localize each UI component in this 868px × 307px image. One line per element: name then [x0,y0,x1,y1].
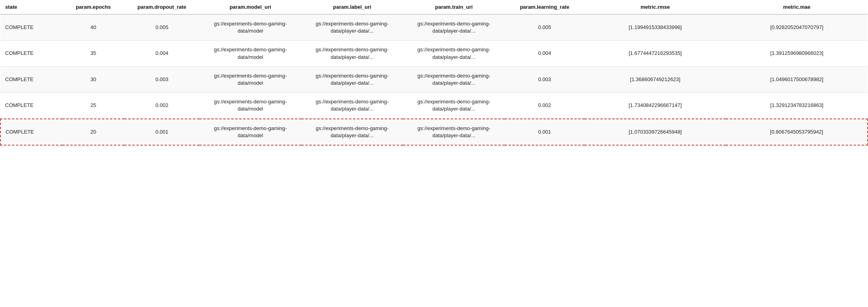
table-cell: gs://experiments-demo-gaming-data/player… [301,66,403,92]
table-row[interactable]: COMPLETE300.003gs://experiments-demo-gam… [0,66,868,92]
table-cell: [1.0496017500678982] [726,66,868,92]
table-cell: 0.002 [124,93,199,119]
table-cell: 20 [62,119,124,145]
table-row[interactable]: COMPLETE250.002gs://experiments-demo-gam… [0,93,868,119]
col-header-train-uri[interactable]: param.train_uri [403,0,505,14]
table-cell: COMPLETE [0,93,62,119]
table-cell: 0.003 [124,66,199,92]
table-cell: [1.1994915338433996] [584,14,726,41]
table-cell: 30 [62,66,124,92]
experiments-table-wrapper: state param.epochs param.dropout_rate pa… [0,0,868,146]
table-cell: gs://experiments-demo-gaming-data/player… [301,119,403,145]
table-cell: COMPLETE [0,66,62,92]
table-cell: 0.005 [124,14,199,41]
table-cell: 0.005 [505,14,584,41]
table-cell: gs://experiments-demo-gaming-data/player… [403,119,505,145]
table-cell: gs://experiments-demo-gaming-data/player… [403,41,505,66]
col-header-epochs[interactable]: param.epochs [62,0,124,14]
table-header-row: state param.epochs param.dropout_rate pa… [0,0,868,14]
table-cell: gs://experiments-demo-gaming-data/model [199,119,301,145]
table-cell: gs://experiments-demo-gaming-data/player… [301,14,403,41]
table-cell: [1.7340842296667147] [584,93,726,119]
col-header-model-uri[interactable]: param.model_uri [199,0,301,14]
table-cell: gs://experiments-demo-gaming-data/player… [301,41,403,66]
table-cell: gs://experiments-demo-gaming-data/player… [403,14,505,41]
table-cell: 0.004 [124,41,199,66]
table-cell: gs://experiments-demo-gaming-data/player… [403,66,505,92]
table-cell: COMPLETE [0,14,62,41]
table-cell: 25 [62,93,124,119]
table-cell: gs://experiments-demo-gaming-data/player… [301,93,403,119]
table-cell: [0.9282052047070797] [726,14,868,41]
table-row[interactable]: COMPLETE400.005gs://experiments-demo-gam… [0,14,868,41]
table-cell: [1.3912596980966023] [726,41,868,66]
table-cell: COMPLETE [0,119,62,145]
table-cell: gs://experiments-demo-gaming-data/player… [403,93,505,119]
table-cell: 40 [62,14,124,41]
col-header-learning-rate[interactable]: param.learning_rate [505,0,584,14]
table-cell: 0.004 [505,41,584,66]
col-header-label-uri[interactable]: param.label_uri [301,0,403,14]
table-cell: COMPLETE [0,41,62,66]
col-header-state[interactable]: state [0,0,62,14]
experiments-table: state param.epochs param.dropout_rate pa… [0,0,868,146]
table-cell: [1.3291234783216863] [726,93,868,119]
table-cell: gs://experiments-demo-gaming-data/model [199,66,301,92]
table-cell: 35 [62,41,124,66]
table-cell: [1.0703339726645948] [584,119,726,145]
table-cell: 0.002 [505,93,584,119]
table-cell: [1.6774447216293535] [584,41,726,66]
table-cell: gs://experiments-demo-gaming-data/model [199,14,301,41]
table-row[interactable]: COMPLETE350.004gs://experiments-demo-gam… [0,41,868,66]
table-cell: 0.001 [124,119,199,145]
table-cell: [0.8067645053795942] [726,119,868,145]
col-header-dropout-rate[interactable]: param.dropout_rate [124,0,199,14]
table-cell: 0.001 [505,119,584,145]
table-cell: [1.368606749212623] [584,66,726,92]
col-header-rmse[interactable]: metric.rmse [584,0,726,14]
col-header-mae[interactable]: metric.mae [726,0,868,14]
table-row[interactable]: COMPLETE200.001gs://experiments-demo-gam… [0,119,868,145]
table-cell: gs://experiments-demo-gaming-data/model [199,41,301,66]
table-cell: 0.003 [505,66,584,92]
table-cell: gs://experiments-demo-gaming-data/model [199,93,301,119]
